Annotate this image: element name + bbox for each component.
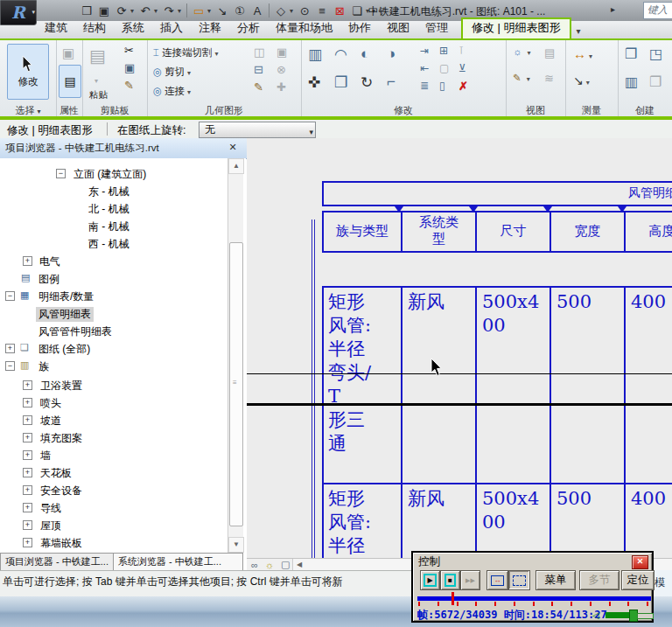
- paste-icon[interactable]: ▤: [89, 45, 106, 66]
- timeline-playhead[interactable]: [452, 592, 454, 605]
- ribbon-collapse-icon[interactable]: ▾: [571, 24, 586, 38]
- undo-icon[interactable]: ↶: [139, 4, 151, 17]
- measure-caret-icon[interactable]: ▾: [207, 7, 211, 15]
- section-icon[interactable]: ⊙: [298, 4, 311, 17]
- join-geometry-button[interactable]: ◎连接▾: [153, 85, 191, 98]
- trim-single-icon[interactable]: ≣: [420, 80, 429, 92]
- tree-scrollbar[interactable]: ▲ ≡ ▼: [228, 158, 243, 553]
- fast-forward-button[interactable]: ▶▶: [460, 570, 480, 590]
- mirror-pick-icon[interactable]: ◐: [360, 45, 369, 63]
- panel-select-label[interactable]: 选择 ▾: [0, 104, 56, 116]
- multi-section-button[interactable]: 多节: [579, 570, 620, 590]
- cell-width[interactable]: 500: [556, 290, 592, 314]
- fullscreen-button[interactable]: [508, 570, 530, 590]
- undo-caret-icon[interactable]: ▾: [154, 7, 158, 15]
- copy-to-clipboard-icon[interactable]: ▣: [124, 61, 135, 74]
- close-hidden-windows-icon[interactable]: ⊠: [333, 4, 346, 17]
- array-icon[interactable]: ⊞: [439, 45, 448, 57]
- match-type-icon[interactable]: ✎: [124, 79, 134, 92]
- create-similar-icon[interactable]: ❐: [625, 45, 637, 62]
- cell-width[interactable]: 500: [556, 487, 592, 511]
- reveal-hidden-elements-icon[interactable]: ☼: [265, 560, 274, 570]
- infocenter-search-input[interactable]: 键入: [643, 2, 672, 19]
- rotate-icon[interactable]: ↻: [360, 73, 373, 92]
- split-icon[interactable]: ⇥: [420, 45, 429, 57]
- dimension-button[interactable]: ↘▾: [573, 73, 590, 87]
- thin-lines-icon[interactable]: ≡: [316, 4, 328, 17]
- tab-massing-site[interactable]: 体量和场地: [268, 18, 340, 38]
- menu-button[interactable]: 菜单: [536, 570, 576, 590]
- tab-system-browser[interactable]: 系统浏览器 - 中铁建工...: [113, 553, 243, 571]
- redo-icon[interactable]: ↷: [163, 4, 175, 17]
- tab-analyze[interactable]: 分析: [229, 18, 268, 38]
- fit-window-button[interactable]: ↔: [486, 570, 508, 590]
- tree-scrollbar-thumb[interactable]: ≡: [229, 242, 243, 526]
- cell-height[interactable]: 400: [631, 290, 666, 314]
- tab-insert[interactable]: 插入: [152, 18, 191, 38]
- copy-icon[interactable]: ❐: [334, 73, 347, 92]
- linework-button[interactable]: ✎▾: [513, 72, 530, 84]
- tab-annotate[interactable]: 注释: [191, 18, 229, 38]
- redo-caret-icon[interactable]: ▾: [178, 7, 181, 15]
- split-gap-icon[interactable]: ⇤: [420, 62, 429, 74]
- cell-height[interactable]: 400: [631, 487, 666, 511]
- drawing-canvas[interactable]: 风管明细表 族与类型 系统类 型 尺寸 宽度 高度 矩形 风管: 半径 弯头/ …: [247, 138, 672, 570]
- project-browser-close-icon[interactable]: ✕: [226, 141, 240, 155]
- scale-icon[interactable]: ▢: [439, 62, 449, 74]
- tab-architecture[interactable]: 建筑: [37, 18, 75, 38]
- project-browser-header[interactable]: 项目浏览器 - 中铁建工机电练习.rvt: [0, 138, 251, 159]
- displace-icon[interactable]: ≋: [544, 72, 554, 85]
- tab-systems[interactable]: 系统: [114, 18, 152, 38]
- volume-track[interactable]: [637, 613, 654, 619]
- cell-size[interactable]: 500x4 00: [482, 487, 549, 534]
- aligned-dimension-icon[interactable]: ↘: [216, 4, 228, 17]
- cell-system-type[interactable]: 新风: [408, 290, 444, 314]
- tag-icon[interactable]: ①: [234, 4, 246, 17]
- properties-palette-icon[interactable]: ▤: [59, 65, 81, 98]
- hide-icon[interactable]: ▤: [544, 46, 555, 59]
- type-properties-icon[interactable]: ▣: [62, 45, 74, 61]
- paste-caret-icon[interactable]: ▾: [94, 77, 98, 85]
- create-parts-icon[interactable]: ❐: [649, 73, 662, 90]
- cell-size[interactable]: 500x4 00: [482, 290, 549, 338]
- measure-icon[interactable]: ▭: [192, 4, 205, 17]
- move-icon[interactable]: ✜: [308, 73, 320, 92]
- speaker-icon[interactable]: ◁: [592, 610, 599, 620]
- cell-system-type[interactable]: 新风: [408, 487, 444, 511]
- unjoin-icon[interactable]: ⊗: [276, 63, 286, 76]
- split-face-icon[interactable]: ◫: [254, 45, 264, 59]
- control-window[interactable]: 控制 ✕ ▶ ■ ▶▶ ↔ 菜单 多节 定位 帧:5672/34039 时间:1…: [411, 551, 654, 623]
- paste-label[interactable]: 粘贴: [89, 89, 108, 101]
- create-group-icon[interactable]: ◳: [649, 45, 662, 62]
- schedule-title-box[interactable]: [322, 181, 672, 206]
- mirror-draw-icon[interactable]: ◑: [387, 45, 396, 63]
- tab-structure[interactable]: 结构: [75, 18, 114, 38]
- measure-between-refs-button[interactable]: ↔▾: [573, 46, 592, 61]
- tab-project-browser[interactable]: 项目浏览器 - 中铁建工...: [0, 553, 114, 571]
- sync-icon[interactable]: ⟳: [116, 4, 128, 17]
- trim-extend-icon[interactable]: ⌐: [387, 73, 396, 91]
- tab-view[interactable]: 视图: [379, 18, 417, 38]
- save-icon[interactable]: ▣: [98, 4, 110, 17]
- temporary-hide-isolate-icon[interactable]: ∞: [251, 560, 258, 570]
- app-menu-button[interactable]: R▾: [0, 0, 37, 25]
- cell-family-type[interactable]: 矩形 风管: 半径: [328, 487, 398, 558]
- open-icon[interactable]: ❒: [80, 4, 93, 17]
- trim-multi-icon[interactable]: ▯: [439, 80, 445, 92]
- 3d-caret-icon[interactable]: ▾: [290, 7, 293, 15]
- stop-button[interactable]: ■: [440, 570, 460, 590]
- control-close-icon[interactable]: ✕: [632, 555, 648, 569]
- delete-icon[interactable]: ✗: [458, 80, 468, 93]
- crop-region-icon[interactable]: ▢: [281, 559, 290, 570]
- tab-collaborate[interactable]: 协作: [340, 18, 379, 38]
- override-graphics-button[interactable]: ☼▾: [513, 46, 531, 57]
- beam-coping-icon[interactable]: ▣: [276, 45, 287, 59]
- scroll-up-icon[interactable]: ▲: [228, 158, 244, 174]
- play-button[interactable]: ▶: [420, 570, 440, 590]
- scroll-left-icon[interactable]: ◀: [297, 561, 302, 568]
- pin-icon[interactable]: ⊺: [458, 45, 464, 57]
- sync-caret-icon[interactable]: ▾: [130, 7, 134, 15]
- tab-manage[interactable]: 管理: [417, 18, 456, 38]
- paint-icon[interactable]: ✎: [254, 80, 263, 94]
- offset-icon[interactable]: ◠: [334, 45, 347, 64]
